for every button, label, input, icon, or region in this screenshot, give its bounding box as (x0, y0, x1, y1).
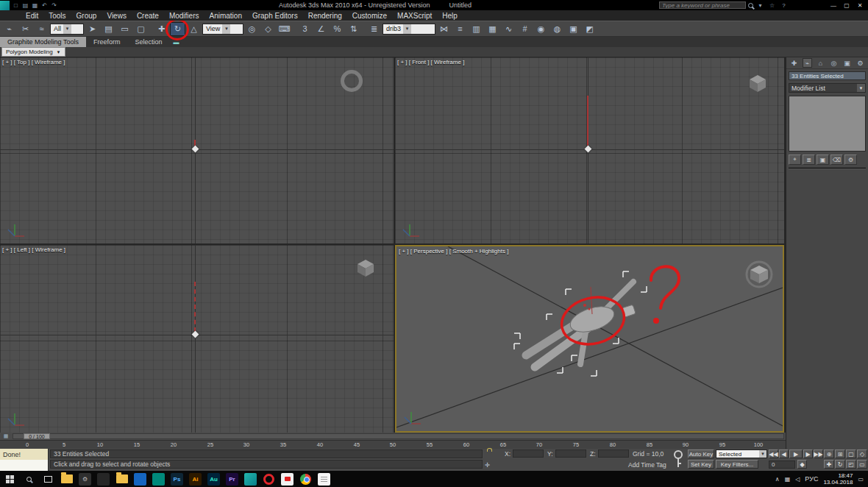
viewport-perspective[interactable]: [ + ] [ Perspective ] [ Smooth + Highlig… (395, 245, 784, 433)
hierarchy-tab-icon[interactable]: ⌂ (816, 58, 825, 68)
curve-editor-icon[interactable]: ∿ (501, 22, 516, 36)
selection-set-key-dropdown[interactable]: Selected▼ (716, 449, 767, 458)
add-time-tag[interactable]: Add Time Tag (628, 461, 666, 469)
menu-animation[interactable]: Animation (204, 12, 246, 20)
search-icon[interactable] (748, 3, 753, 8)
select-by-name-icon[interactable]: ▤ (101, 22, 116, 36)
show-end-result-button[interactable]: ≣ (803, 154, 815, 165)
keyboard-override-icon[interactable]: ⌨ (277, 22, 292, 36)
zoom-extents-icon[interactable]: ▢ (846, 449, 856, 458)
graphite-ribbon-toggle-icon[interactable]: ▦ (485, 22, 500, 36)
schematic-view-icon[interactable]: # (517, 22, 533, 36)
transform-gizmo[interactable] (585, 146, 592, 153)
menu-group[interactable]: Group (71, 12, 102, 20)
volume-icon[interactable]: ◁ (795, 476, 800, 483)
taskbar-search-button[interactable] (19, 471, 38, 487)
language-indicator[interactable]: РУС (805, 475, 818, 483)
open-file-icon[interactable]: ▤ (21, 1, 30, 10)
align-icon[interactable]: ≡ (452, 22, 468, 36)
taskbar-illustrator[interactable]: Ai (186, 471, 204, 487)
viewcube-ring[interactable] (341, 70, 363, 92)
menu-views[interactable]: Views (102, 12, 132, 20)
infocenter-dropdown-icon[interactable]: ▾ (755, 1, 765, 10)
selection-filter-dropdown[interactable]: All▼ (50, 24, 84, 35)
pan-icon[interactable]: ✚ (824, 460, 834, 469)
zoom-region-icon[interactable]: ▭ (857, 460, 867, 469)
bind-to-spacewarp-icon[interactable]: ≈ (34, 22, 49, 36)
time-slider-track[interactable]: 0 / 100 (13, 433, 784, 439)
snap-toggle-icon[interactable]: 3 (297, 22, 313, 36)
select-and-move-icon[interactable]: ✚ (154, 22, 169, 36)
zoom-all-icon[interactable]: ⊞ (835, 449, 845, 458)
previous-frame-button[interactable]: ◀ (779, 449, 789, 458)
taskbar-chrome[interactable] (296, 471, 315, 487)
taskbar-3dsmax[interactable] (241, 471, 260, 487)
menu-modifiers[interactable]: Modifiers (164, 12, 204, 20)
angle-snap-icon[interactable]: ∠ (313, 22, 329, 36)
next-frame-button[interactable]: ▶ (803, 449, 813, 458)
menu-tools[interactable]: Tools (43, 12, 71, 20)
save-file-icon[interactable]: ▦ (30, 1, 40, 10)
create-tab-icon[interactable]: ✚ (789, 58, 799, 68)
viewcube[interactable] (748, 74, 767, 96)
start-button[interactable] (0, 471, 19, 487)
viewport-left[interactable]: [ + ] [ Left ] [ Wireframe ] (0, 245, 394, 433)
search-input[interactable] (659, 1, 746, 9)
use-pivot-center-icon[interactable]: ◎ (244, 22, 260, 36)
timeline-ruler[interactable]: 0 5 10 15 20 25 30 35 40 45 50 55 60 65 … (0, 440, 786, 449)
menu-edit[interactable]: Edit (21, 12, 43, 20)
spinner-snap-icon[interactable]: ⇅ (346, 22, 361, 36)
viewport-front-label[interactable]: [ + ] [ Front ] [ Wireframe ] (397, 59, 464, 65)
taskbar-audition[interactable]: Au (204, 471, 223, 487)
task-view-button[interactable] (38, 471, 57, 487)
maxscript-mini-listener[interactable]: Done! (0, 449, 49, 471)
menu-create[interactable]: Create (132, 12, 164, 20)
transform-gizmo[interactable] (192, 331, 199, 338)
viewport-front[interactable]: [ + ] [ Front ] [ Wireframe ] (395, 57, 784, 244)
current-frame-field[interactable]: 0 (769, 461, 795, 469)
object-name-field[interactable]: 33 Entities Selected (789, 71, 866, 80)
motion-tab-icon[interactable]: ◎ (829, 58, 839, 68)
viewport-top[interactable]: [ + ] [ Top ] [ Wireframe ] (0, 57, 394, 244)
taskbar-premiere[interactable]: Pr (223, 471, 241, 487)
selection-region-icon[interactable]: ▭ (117, 22, 132, 36)
maximize-button[interactable]: ▢ (840, 1, 853, 10)
notification-center-icon[interactable]: ▭ (858, 476, 864, 483)
go-to-start-button[interactable]: ◀◀ (769, 449, 778, 458)
rendered-frame-window-icon[interactable]: ▣ (566, 22, 581, 36)
network-icon[interactable]: ▦ (785, 476, 791, 483)
viewcube[interactable] (356, 258, 375, 280)
play-button[interactable]: ▶ (789, 449, 803, 458)
tab-freeform[interactable]: Freeform (86, 37, 128, 47)
make-unique-button[interactable]: ▣ (817, 154, 829, 165)
viewport-perspective-label[interactable]: [ + ] [ Perspective ] [ Smooth + Highlig… (399, 248, 508, 255)
tab-graphite-modeling-tools[interactable]: Graphite Modeling Tools (0, 37, 86, 47)
window-crossing-icon[interactable]: ▢ (133, 22, 149, 36)
pin-stack-button[interactable]: ⌖ (789, 154, 801, 165)
taskbar-folder-2[interactable] (113, 471, 131, 487)
listener-input[interactable] (0, 460, 48, 471)
redo-icon[interactable]: ↷ (49, 1, 59, 10)
help-icon[interactable]: ? (779, 1, 789, 10)
remove-modifier-button[interactable]: ⌫ (830, 154, 843, 165)
set-key-button[interactable]: Set Key (688, 460, 714, 469)
taskbar-notepad[interactable] (315, 471, 333, 487)
maximize-viewport-toggle-icon[interactable]: ◰ (846, 460, 856, 469)
x-coord-field[interactable] (513, 449, 544, 458)
viewport-top-label[interactable]: [ + ] [ Top ] [ Wireframe ] (2, 59, 65, 65)
go-to-end-button[interactable]: ▶▶ (814, 449, 823, 458)
set-keys-key-icon[interactable] (672, 449, 684, 470)
time-slider-handle[interactable]: 0 / 100 (24, 433, 50, 439)
menu-graph-editors[interactable]: Graph Editors (247, 12, 303, 20)
select-and-manipulate-icon[interactable]: ◇ (260, 22, 276, 36)
modifier-stack-list[interactable] (789, 96, 866, 152)
select-object-icon[interactable]: ➤ (85, 22, 100, 36)
unlink-selection-icon[interactable]: ✂ (18, 22, 33, 36)
open-mini-curve-editor-icon[interactable]: ▦ (1, 433, 11, 440)
y-coord-field[interactable] (555, 449, 586, 458)
configure-modifier-sets-button[interactable]: ⚙ (844, 154, 857, 165)
modifier-list-dropdown[interactable]: Modifier List▼ (789, 83, 866, 93)
absolute-offset-mode-icon[interactable]: ✛ (485, 461, 490, 469)
close-button[interactable]: ✕ (853, 1, 867, 10)
percent-snap-icon[interactable]: % (330, 22, 345, 36)
